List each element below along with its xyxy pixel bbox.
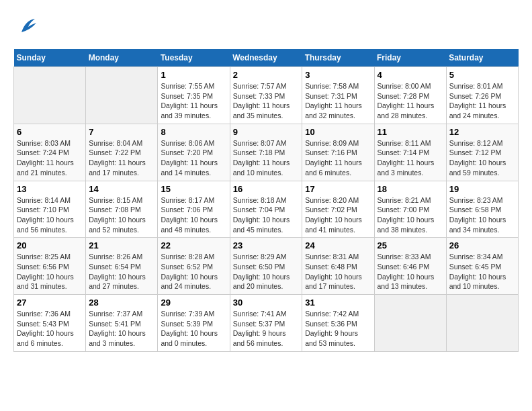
calendar-cell: 4Sunrise: 8:00 AM Sunset: 7:28 PM Daylig… <box>374 67 446 124</box>
day-number: 17 <box>305 184 371 194</box>
day-info: Sunrise: 8:28 AM Sunset: 6:52 PM Dayligh… <box>161 252 226 291</box>
day-number: 19 <box>449 184 515 194</box>
calendar-cell: 30Sunrise: 7:41 AM Sunset: 5:37 PM Dayli… <box>230 295 302 352</box>
calendar-cell: 2Sunrise: 7:57 AM Sunset: 7:33 PM Daylig… <box>230 67 302 124</box>
day-number: 27 <box>17 298 83 308</box>
day-info: Sunrise: 8:29 AM Sunset: 6:50 PM Dayligh… <box>233 252 300 291</box>
column-header-thursday: Thursday <box>302 49 374 67</box>
column-header-sunday: Sunday <box>14 49 86 67</box>
day-info: Sunrise: 8:11 AM Sunset: 7:14 PM Dayligh… <box>378 138 443 178</box>
day-number: 2 <box>233 70 300 80</box>
column-header-friday: Friday <box>374 49 446 67</box>
day-info: Sunrise: 7:39 AM Sunset: 5:39 PM Dayligh… <box>161 309 226 349</box>
day-number: 15 <box>161 184 226 194</box>
day-info: Sunrise: 7:41 AM Sunset: 5:37 PM Dayligh… <box>233 309 300 349</box>
day-info: Sunrise: 8:33 AM Sunset: 6:46 PM Dayligh… <box>378 252 443 291</box>
day-info: Sunrise: 8:07 AM Sunset: 7:18 PM Dayligh… <box>233 138 300 178</box>
day-info: Sunrise: 8:03 AM Sunset: 7:24 PM Dayligh… <box>17 138 83 178</box>
day-number: 29 <box>161 298 226 308</box>
calendar-cell <box>86 67 158 124</box>
calendar-cell <box>14 67 86 124</box>
day-info: Sunrise: 8:01 AM Sunset: 7:26 PM Dayligh… <box>449 81 515 121</box>
calendar-cell: 26Sunrise: 8:34 AM Sunset: 6:45 PM Dayli… <box>446 238 518 295</box>
calendar-cell: 20Sunrise: 8:25 AM Sunset: 6:56 PM Dayli… <box>14 238 86 295</box>
day-number: 24 <box>305 240 371 250</box>
day-info: Sunrise: 8:06 AM Sunset: 7:20 PM Dayligh… <box>161 138 226 178</box>
calendar-cell: 7Sunrise: 8:04 AM Sunset: 7:22 PM Daylig… <box>86 124 158 181</box>
calendar-cell <box>446 295 518 352</box>
calendar-header-row: SundayMondayTuesdayWednesdayThursdayFrid… <box>14 49 519 67</box>
day-number: 10 <box>305 127 371 137</box>
day-number: 3 <box>305 70 371 80</box>
day-number: 20 <box>17 240 83 250</box>
calendar-cell: 22Sunrise: 8:28 AM Sunset: 6:52 PM Dayli… <box>158 238 230 295</box>
calendar-cell: 24Sunrise: 8:31 AM Sunset: 6:48 PM Dayli… <box>302 238 374 295</box>
day-number: 1 <box>161 70 226 80</box>
day-info: Sunrise: 8:04 AM Sunset: 7:22 PM Dayligh… <box>89 138 154 178</box>
calendar-cell: 27Sunrise: 7:36 AM Sunset: 5:43 PM Dayli… <box>14 295 86 352</box>
calendar-cell: 18Sunrise: 8:21 AM Sunset: 7:00 PM Dayli… <box>374 181 446 238</box>
day-info: Sunrise: 7:37 AM Sunset: 5:41 PM Dayligh… <box>89 309 154 349</box>
calendar-cell: 23Sunrise: 8:29 AM Sunset: 6:50 PM Dayli… <box>230 238 302 295</box>
day-number: 4 <box>378 70 443 80</box>
calendar-cell: 10Sunrise: 8:09 AM Sunset: 7:16 PM Dayli… <box>302 124 374 181</box>
day-info: Sunrise: 8:14 AM Sunset: 7:10 PM Dayligh… <box>17 195 83 235</box>
calendar-cell: 11Sunrise: 8:11 AM Sunset: 7:14 PM Dayli… <box>374 124 446 181</box>
calendar-cell: 25Sunrise: 8:33 AM Sunset: 6:46 PM Dayli… <box>374 238 446 295</box>
day-number: 7 <box>89 127 154 137</box>
calendar-table: SundayMondayTuesdayWednesdayThursdayFrid… <box>13 49 519 352</box>
calendar-cell: 19Sunrise: 8:23 AM Sunset: 6:58 PM Dayli… <box>446 181 518 238</box>
day-info: Sunrise: 8:23 AM Sunset: 6:58 PM Dayligh… <box>449 195 515 235</box>
day-info: Sunrise: 8:00 AM Sunset: 7:28 PM Dayligh… <box>378 81 443 121</box>
calendar-cell: 29Sunrise: 7:39 AM Sunset: 5:39 PM Dayli… <box>158 295 230 352</box>
day-info: Sunrise: 8:34 AM Sunset: 6:45 PM Dayligh… <box>449 252 515 291</box>
day-number: 25 <box>378 240 443 250</box>
day-number: 6 <box>17 127 83 137</box>
day-info: Sunrise: 8:26 AM Sunset: 6:54 PM Dayligh… <box>89 252 154 291</box>
calendar-cell: 1Sunrise: 7:55 AM Sunset: 7:35 PM Daylig… <box>158 67 230 124</box>
calendar-cell: 28Sunrise: 7:37 AM Sunset: 5:41 PM Dayli… <box>86 295 158 352</box>
calendar-cell: 14Sunrise: 8:15 AM Sunset: 7:08 PM Dayli… <box>86 181 158 238</box>
day-info: Sunrise: 8:18 AM Sunset: 7:04 PM Dayligh… <box>233 195 300 235</box>
day-info: Sunrise: 7:55 AM Sunset: 7:35 PM Dayligh… <box>161 81 226 121</box>
day-number: 8 <box>161 127 226 137</box>
day-number: 9 <box>233 127 300 137</box>
day-number: 18 <box>378 184 443 194</box>
calendar-cell: 3Sunrise: 7:58 AM Sunset: 7:31 PM Daylig… <box>302 67 374 124</box>
day-info: Sunrise: 8:17 AM Sunset: 7:06 PM Dayligh… <box>161 195 226 235</box>
page-header <box>13 13 519 42</box>
day-info: Sunrise: 8:12 AM Sunset: 7:12 PM Dayligh… <box>449 138 515 178</box>
calendar-week-row: 6Sunrise: 8:03 AM Sunset: 7:24 PM Daylig… <box>14 124 519 181</box>
calendar-cell: 17Sunrise: 8:20 AM Sunset: 7:02 PM Dayli… <box>302 181 374 238</box>
calendar-cell: 5Sunrise: 8:01 AM Sunset: 7:26 PM Daylig… <box>446 67 518 124</box>
calendar-cell: 13Sunrise: 8:14 AM Sunset: 7:10 PM Dayli… <box>14 181 86 238</box>
calendar-cell: 31Sunrise: 7:42 AM Sunset: 5:36 PM Dayli… <box>302 295 374 352</box>
day-info: Sunrise: 7:36 AM Sunset: 5:43 PM Dayligh… <box>17 309 83 349</box>
column-header-monday: Monday <box>86 49 158 67</box>
calendar-cell <box>374 295 446 352</box>
day-number: 12 <box>449 127 515 137</box>
day-info: Sunrise: 8:20 AM Sunset: 7:02 PM Dayligh… <box>305 195 371 235</box>
calendar-cell: 16Sunrise: 8:18 AM Sunset: 7:04 PM Dayli… <box>230 181 302 238</box>
day-number: 31 <box>305 298 371 308</box>
day-info: Sunrise: 8:09 AM Sunset: 7:16 PM Dayligh… <box>305 138 371 178</box>
column-header-wednesday: Wednesday <box>230 49 302 67</box>
day-number: 11 <box>378 127 443 137</box>
day-info: Sunrise: 7:58 AM Sunset: 7:31 PM Dayligh… <box>305 81 371 121</box>
logo-bird-icon <box>16 13 40 42</box>
day-number: 28 <box>89 298 154 308</box>
day-number: 14 <box>89 184 154 194</box>
day-number: 16 <box>233 184 300 194</box>
day-info: Sunrise: 7:42 AM Sunset: 5:36 PM Dayligh… <box>305 309 371 349</box>
calendar-cell: 8Sunrise: 8:06 AM Sunset: 7:20 PM Daylig… <box>158 124 230 181</box>
day-info: Sunrise: 8:31 AM Sunset: 6:48 PM Dayligh… <box>305 252 371 291</box>
calendar-cell: 12Sunrise: 8:12 AM Sunset: 7:12 PM Dayli… <box>446 124 518 181</box>
calendar-week-row: 1Sunrise: 7:55 AM Sunset: 7:35 PM Daylig… <box>14 67 519 124</box>
day-info: Sunrise: 8:21 AM Sunset: 7:00 PM Dayligh… <box>378 195 443 235</box>
day-number: 5 <box>449 70 515 80</box>
calendar-week-row: 13Sunrise: 8:14 AM Sunset: 7:10 PM Dayli… <box>14 181 519 238</box>
calendar-cell: 6Sunrise: 8:03 AM Sunset: 7:24 PM Daylig… <box>14 124 86 181</box>
day-info: Sunrise: 8:15 AM Sunset: 7:08 PM Dayligh… <box>89 195 154 235</box>
day-number: 21 <box>89 240 154 250</box>
day-info: Sunrise: 8:25 AM Sunset: 6:56 PM Dayligh… <box>17 252 83 291</box>
